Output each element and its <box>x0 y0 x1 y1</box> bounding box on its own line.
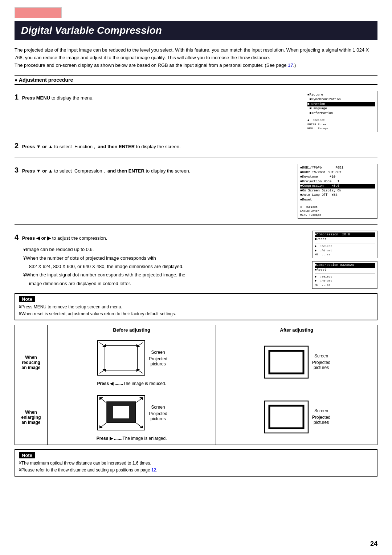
svg-marker-7 <box>102 369 106 372</box>
svg-after-enlarge <box>263 399 310 436</box>
screen-1-line-2: ■Synchronization <box>307 97 375 102</box>
svg-marker-5 <box>136 344 140 347</box>
svg-rect-24 <box>269 406 303 428</box>
note-2-text: ¥The maximum optical throw distance can … <box>19 460 373 474</box>
screen-1-line-1: ■Picture <box>307 93 375 97</box>
step-2: 2 Press ▼ or ▲ to select Function , and … <box>15 139 377 158</box>
diagram-before-enlarging: Screen Projectedpictures Press ▶ .......… <box>48 390 216 445</box>
svg-before-reduce <box>96 339 147 379</box>
diagram-after-enlarging: Screen Projectedpictures <box>216 390 377 445</box>
note-2: Note ¥The maximum optical throw distance… <box>15 449 377 477</box>
step-number-3: 3 <box>15 166 19 174</box>
step-4-sub-3: 832 X 624, 800 X 600, or 640 X 480, the … <box>15 262 298 271</box>
col-empty <box>15 325 48 335</box>
svg-rect-1 <box>105 345 138 371</box>
step-4-sub-5: image dimensions are displayed in colore… <box>15 279 298 288</box>
step-3: 3 Press ▼ or ▲ to select Compression , a… <box>15 164 377 225</box>
comparison-table: Before adjusting After adjusting When re… <box>15 325 377 445</box>
step-number-2: 2 <box>15 142 19 150</box>
svg-marker-9 <box>136 369 140 372</box>
screen-1: ■Picture ■Synchronization ■Function ■Lan… <box>305 91 377 132</box>
screen-2: ■RGB1/YPbPb RGB1 ■RGB2 IN/RGB1 OUT OUT ■… <box>298 164 377 219</box>
top-marker <box>15 7 62 18</box>
screen-1-line-5: ■Information <box>307 111 375 116</box>
note-1-line-2: ¥When reset is selected, adjustment valu… <box>19 311 373 317</box>
step-4-sub-4: ¥When the input signal dot number corres… <box>15 271 298 279</box>
diagram-before-reducing: Screen Projectedpictures Press ◀ .......… <box>48 335 216 390</box>
svg-after-reduce <box>263 344 310 381</box>
step-1: 1 Press MENU to display the menu. ■Pictu… <box>15 91 377 132</box>
note-1-line-1: ¥Press MENU to remove the setup screen a… <box>19 304 373 311</box>
page-number: 24 <box>370 540 377 548</box>
screen-1-line-3: ■Function <box>307 102 375 107</box>
step-4-screens: ■Compression x0.6 ■Reset ◆ :Select ◆ :Ad… <box>305 231 377 289</box>
step-4-main: 4 Press ◀ or ▶ to adjust the compression… <box>15 231 298 244</box>
step-4: 4 Press ◀ or ▶ to adjust the compression… <box>15 231 377 289</box>
note-2-line-2: ¥Please refer to the throw distance and … <box>19 467 373 474</box>
screen-3a: ■Compression x0.6 ■Reset ◆ :Select ◆ :Ad… <box>312 231 377 258</box>
step-number-1: 1 <box>15 93 19 101</box>
press-caption-reduce: Press ◀ .......The image is reduced. <box>55 381 208 386</box>
note-2-label: Note <box>19 452 35 458</box>
page-title: Digital Variable Compression <box>15 21 377 40</box>
svg-rect-14 <box>113 406 129 418</box>
step-2-text: Press ▼ or ▲ to select Function , and th… <box>22 144 181 149</box>
screen-3b: ■Compression 832x624 ■Reset ◆ :Select ◆ … <box>312 261 377 289</box>
table-row-enlarging: When enlargingan image <box>15 390 377 445</box>
page-link-17[interactable]: 17 <box>288 62 293 68</box>
col-before: Before adjusting <box>48 325 216 335</box>
page-link-12[interactable]: 12 <box>151 467 156 473</box>
step-3-text: Press ▼ or ▲ to select Compression , and… <box>22 168 191 174</box>
screen-1-footer: ◆ :Select ENTER:Enter MENU :Escape <box>307 117 375 130</box>
note-2-line-1: ¥The maximum optical throw distance can … <box>19 460 373 467</box>
svg-before-enlarge <box>96 394 147 434</box>
side-labels-after-enlarge: Screen Projectedpictures <box>312 408 331 426</box>
note-1: Note ¥Press MENU to remove the setup scr… <box>15 293 377 320</box>
note-1-label: Note <box>19 296 35 302</box>
col-after: After adjusting <box>216 325 377 335</box>
screen-1-line-4: ■Language <box>307 106 375 111</box>
svg-rect-11 <box>269 351 303 373</box>
note-1-text: ¥Press MENU to remove the setup screen a… <box>19 304 373 317</box>
svg-marker-3 <box>102 344 106 347</box>
intro-para-1: The projected size of the input image ca… <box>15 46 377 62</box>
step-4-sub-2: ¥When the number of dots of projected im… <box>15 254 298 262</box>
section-header: ● Adjustment procedure <box>15 75 377 85</box>
diagram-after-reducing: Screen Projectedpictures <box>216 335 377 390</box>
row-label-reducing: When reducingan image <box>15 335 48 390</box>
table-row-reducing: When reducingan image <box>15 335 377 390</box>
side-labels-before-reduce: Screen Projectedpictures <box>149 350 167 368</box>
or-text: or <box>42 144 47 149</box>
intro-section: The projected size of the input image ca… <box>15 46 377 69</box>
row-label-enlarging: When enlargingan image <box>15 390 48 445</box>
press-caption-enlarge: Press ▶ .......The image is enlarged. <box>55 436 208 441</box>
step-4-sub-1: ¥Image can be reduced up to 0.6. <box>15 245 298 254</box>
intro-para-2: The procedure and on-screen display as s… <box>15 62 377 69</box>
step-1-text: Press MENU to display the menu. <box>22 95 94 101</box>
side-labels-before-enlarge: Screen Projectedpictures <box>149 405 167 423</box>
side-labels-after-reduce: Screen Projectedpictures <box>312 353 331 372</box>
